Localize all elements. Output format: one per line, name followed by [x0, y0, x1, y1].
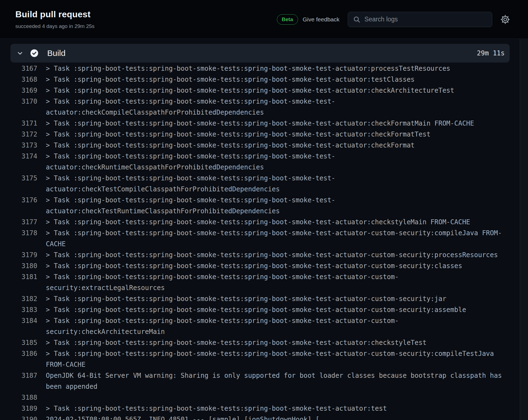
log-line-text: > Task :spring-boot-tests:spring-boot-sm…: [46, 271, 399, 282]
log-line-number[interactable]: 3168: [0, 74, 37, 85]
log-line-text: > Task :spring-boot-tests:spring-boot-sm…: [46, 348, 494, 359]
log-line-number[interactable]: 3184: [0, 315, 37, 326]
step-header-build[interactable]: Build 29m 11s: [10, 44, 510, 63]
log-line-number[interactable]: 3187: [0, 370, 37, 381]
log-line-text: > Task :spring-boot-tests:spring-boot-sm…: [46, 403, 387, 414]
log-line-number[interactable]: 3174: [0, 151, 37, 162]
log-line[interactable]: 3176> Task :spring-boot-tests:spring-boo…: [0, 195, 519, 206]
log-line-number[interactable]: 3181: [0, 271, 37, 282]
log-line[interactable]: 3183> Task :spring-boot-tests:spring-boo…: [0, 304, 519, 315]
log-line[interactable]: 3174> Task :spring-boot-tests:spring-boo…: [0, 151, 519, 162]
log-line[interactable]: 3175> Task :spring-boot-tests:spring-boo…: [0, 173, 519, 184]
log-line-text: actuator:checkTestCompileClasspathForPro…: [46, 184, 280, 195]
log-line-number[interactable]: 3182: [0, 293, 37, 304]
log-line[interactable]: 3171> Task :spring-boot-tests:spring-boo…: [0, 118, 519, 129]
log-line-text: > Task :spring-boot-tests:spring-boot-sm…: [46, 304, 466, 315]
log-line-text: OpenJDK 64-Bit Server VM warning: Sharin…: [46, 370, 502, 381]
log-line-text: > Task :spring-boot-tests:spring-boot-sm…: [46, 249, 498, 260]
log-line-text: > Task :spring-boot-tests:spring-boot-sm…: [46, 217, 470, 228]
log-line[interactable]: 3187OpenJDK 64-Bit Server VM warning: Sh…: [0, 370, 519, 381]
log-line[interactable]: actuator:checkCompileClasspathForProhibi…: [0, 107, 519, 118]
log-line-number[interactable]: 3190: [0, 414, 37, 420]
log-line-text: > Task :spring-boot-tests:spring-boot-sm…: [46, 129, 431, 140]
log-line[interactable]: actuator:checkRuntimeClasspathForProhibi…: [0, 162, 519, 173]
log-line[interactable]: 3169> Task :spring-boot-tests:spring-boo…: [0, 85, 519, 96]
log-line[interactable]: 3184> Task :spring-boot-tests:spring-boo…: [0, 315, 519, 326]
chevron-down-icon[interactable]: [16, 50, 24, 57]
log-line-number[interactable]: [0, 239, 37, 249]
log-line-text: CACHE: [46, 239, 66, 249]
log-line-number[interactable]: [0, 107, 37, 118]
log-line[interactable]: 3167> Task :spring-boot-tests:spring-boo…: [0, 63, 519, 74]
log-line[interactable]: 3182> Task :spring-boot-tests:spring-boo…: [0, 293, 519, 304]
log-line-number[interactable]: [0, 162, 37, 173]
log-line-text: > Task :spring-boot-tests:spring-boot-sm…: [46, 118, 474, 129]
log-line-text: 2024-02-15T08:08:00.565Z INFO 48501 --- …: [46, 414, 319, 420]
step-duration: 29m 11s: [477, 49, 505, 57]
log-line[interactable]: 3178> Task :spring-boot-tests:spring-boo…: [0, 228, 519, 239]
log-line-text: > Task :spring-boot-tests:spring-boot-sm…: [46, 85, 454, 96]
log-line[interactable]: 3185> Task :spring-boot-tests:spring-boo…: [0, 337, 519, 348]
log-line[interactable]: 3179> Task :spring-boot-tests:spring-boo…: [0, 249, 519, 260]
log-line-number[interactable]: 3169: [0, 85, 37, 96]
log-line[interactable]: 3170> Task :spring-boot-tests:spring-boo…: [0, 96, 519, 107]
log-line[interactable]: 3172> Task :spring-boot-tests:spring-boo…: [0, 129, 519, 140]
log-line[interactable]: CACHE: [0, 239, 519, 249]
log-line[interactable]: 3186> Task :spring-boot-tests:spring-boo…: [0, 348, 519, 359]
log-line[interactable]: actuator:checkTestCompileClasspathForPro…: [0, 184, 519, 195]
log-line-number[interactable]: [0, 282, 37, 293]
log-line[interactable]: been appended: [0, 381, 519, 392]
log-line[interactable]: 3181> Task :spring-boot-tests:spring-boo…: [0, 271, 519, 282]
log-line-text: > Task :spring-boot-tests:spring-boot-sm…: [46, 315, 399, 326]
settings-button[interactable]: [501, 15, 510, 24]
log-line[interactable]: 3168> Task :spring-boot-tests:spring-boo…: [0, 74, 519, 85]
log-line-number[interactable]: 3173: [0, 140, 37, 151]
log-line[interactable]: actuator:checkTestRuntimeClasspathForPro…: [0, 206, 519, 217]
log-line-number[interactable]: [0, 184, 37, 195]
log-line-number[interactable]: [0, 381, 37, 392]
log-line-number[interactable]: 3183: [0, 304, 37, 315]
log-line-number[interactable]: 3186: [0, 348, 37, 359]
log-line-number[interactable]: 3177: [0, 217, 37, 228]
log-line-number[interactable]: 3185: [0, 337, 37, 348]
log-line-number[interactable]: 3178: [0, 228, 37, 239]
log-line[interactable]: FROM-CACHE: [0, 359, 519, 370]
log-lines: 3167> Task :spring-boot-tests:spring-boo…: [0, 63, 519, 420]
log-line-text: > Task :spring-boot-tests:spring-boot-sm…: [46, 337, 426, 348]
log-line-number[interactable]: 3170: [0, 96, 37, 107]
log-line[interactable]: security:checkArchitectureMain: [0, 326, 519, 337]
log-line[interactable]: 3189> Task :spring-boot-tests:spring-boo…: [0, 403, 519, 414]
beta-badge: Beta: [277, 14, 298, 25]
log-line-number[interactable]: 3189: [0, 403, 37, 414]
log-line[interactable]: 3188: [0, 392, 519, 403]
log-line[interactable]: 31902024-02-15T08:08:00.565Z INFO 48501 …: [0, 414, 519, 420]
scrollbar-track[interactable]: [520, 39, 528, 420]
log-line-number[interactable]: 3180: [0, 260, 37, 271]
job-summary: Build pull request succeeded 4 days ago …: [15, 9, 94, 29]
log-line-number[interactable]: [0, 326, 37, 337]
log-line-text: > Task :spring-boot-tests:spring-boot-sm…: [46, 74, 415, 85]
log-line[interactable]: security:extractLegalResources: [0, 282, 519, 293]
log-line-text: actuator:checkCompileClasspathForProhibi…: [46, 107, 264, 118]
log-line[interactable]: 3173> Task :spring-boot-tests:spring-boo…: [0, 140, 519, 151]
search-box[interactable]: [348, 12, 492, 27]
log-line-text: security:extractLegalResources: [46, 282, 165, 293]
log-line-text: > Task :spring-boot-tests:spring-boot-sm…: [46, 140, 415, 151]
log-line-text: > Task :spring-boot-tests:spring-boot-sm…: [46, 151, 335, 162]
header-controls: Beta Give feedback: [277, 12, 510, 27]
log-line[interactable]: 3180> Task :spring-boot-tests:spring-boo…: [0, 260, 519, 271]
log-line-number[interactable]: 3175: [0, 173, 37, 184]
log-line-number[interactable]: 3188: [0, 392, 37, 403]
search-icon: [353, 16, 361, 23]
log-line-number[interactable]: 3167: [0, 63, 37, 74]
log-line[interactable]: 3177> Task :spring-boot-tests:spring-boo…: [0, 217, 519, 228]
log-line-number[interactable]: [0, 359, 37, 370]
log-line-number[interactable]: 3176: [0, 195, 37, 206]
log-line-number[interactable]: 3179: [0, 249, 37, 260]
log-line-number[interactable]: 3171: [0, 118, 37, 129]
search-input[interactable]: [364, 16, 487, 23]
log-line-number[interactable]: [0, 206, 37, 217]
log-line-text: been appended: [46, 381, 97, 392]
log-line-number[interactable]: 3172: [0, 129, 37, 140]
give-feedback-link[interactable]: Give feedback: [303, 16, 339, 23]
